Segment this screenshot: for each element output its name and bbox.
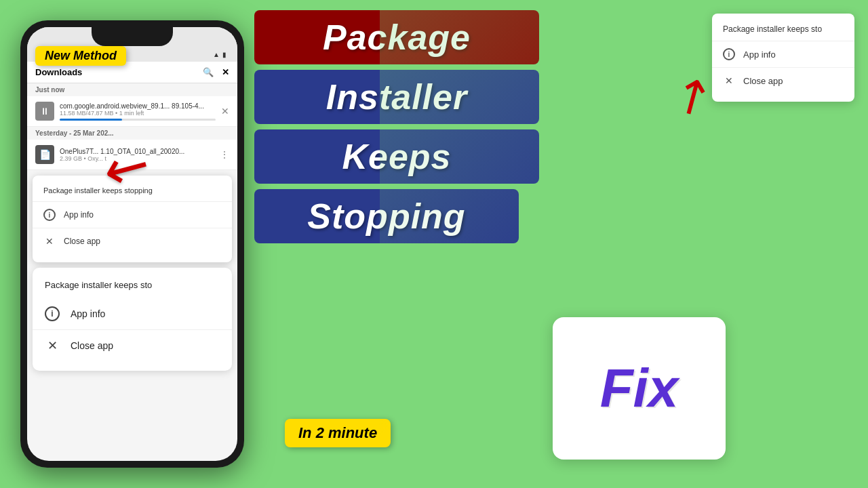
phone-notch [92,27,173,46]
phone-dialog-small-app-info[interactable]: i App info [33,202,232,228]
progress-bar-1 [60,119,216,121]
new-method-badge: New Method [35,46,126,66]
title-installer-block: Installer [254,70,539,124]
download-name-1: com.google.android.webview_89.1... 89.10… [60,102,216,110]
top-right-dialog: Package installer keeps sto i App info ✕… [712,14,854,102]
status-icons: ▲ ▮ [213,51,226,58]
download-item-1: ⏸ com.google.android.webview_89.1... 89.… [27,96,237,127]
title-stopping-text: Stopping [307,196,465,237]
close-app-label-large: Close app [71,340,113,351]
download-info-1: com.google.android.webview_89.1... 89.10… [60,102,216,121]
phone-dialog-large-title: Package installer keeps sto [33,277,232,298]
tr-close-app-label: Close app [743,76,783,86]
bottom-row: Stopping [254,189,539,243]
title-area: Package Installer Keeps Stopping [254,10,539,243]
phone-dialog-large: Package installer keeps sto i App info ✕… [33,268,232,371]
fix-text: Fix [600,357,679,420]
phone-dialog-large-app-info[interactable]: i App info [33,298,232,329]
app-info-icon-small: i [43,209,56,221]
section-just-now: Just now [27,83,237,96]
close-app-label-small: Close app [64,237,100,246]
downloads-title: Downloads [35,67,82,77]
download-close-1[interactable]: ✕ [221,106,229,117]
title-keeps-block: Keeps [254,129,539,184]
close-icon[interactable]: ✕ [222,67,229,77]
phone-screen: Using 2.2... ▲ ▮ Downloads 🔍 ✕ Just now … [27,27,237,461]
phone-dialog-small-close-app[interactable]: ✕ Close app [33,228,232,254]
download-size-1: 11.58 MB/47.87 MB • 1 min left [60,110,216,117]
title-package-block: Package [254,10,539,64]
title-keeps-text: Keeps [342,136,451,177]
close-app-icon-small: ✕ [43,235,56,247]
title-stopping-block: Stopping [254,189,519,243]
app-info-icon-large: i [45,306,60,321]
header-icons: 🔍 ✕ [203,67,229,77]
battery-icon: ▮ [222,51,226,58]
tr-app-info-icon: i [723,48,735,60]
search-icon[interactable]: 🔍 [203,67,214,77]
app-info-label-small: App info [64,210,94,220]
top-right-dialog-close-app[interactable]: ✕ Close app [712,67,854,94]
top-right-dialog-app-info[interactable]: i App info [712,41,854,67]
progress-fill-1 [60,119,122,121]
tr-app-info-label: App info [743,49,776,60]
more-options-icon[interactable]: ⋮ [220,149,229,160]
in-2-minute-badge: In 2 minute [285,419,391,447]
fix-box: Fix [553,317,726,460]
title-installer-text: Installer [326,77,467,117]
title-package-text: Package [323,17,471,58]
app-info-label-large: App info [71,308,105,319]
wifi-icon: ▲ [213,51,220,58]
download-icon-2: 📄 [35,145,54,164]
phone-mockup: Using 2.2... ▲ ▮ Downloads 🔍 ✕ Just now … [20,20,244,468]
tr-close-icon: ✕ [723,75,735,87]
phone-dialog-large-close-app[interactable]: ✕ Close app [33,329,232,361]
close-app-icon-large: ✕ [45,338,60,353]
download-icon-1: ⏸ [35,102,54,121]
top-right-dialog-title: Package installer keeps sto [712,22,854,41]
